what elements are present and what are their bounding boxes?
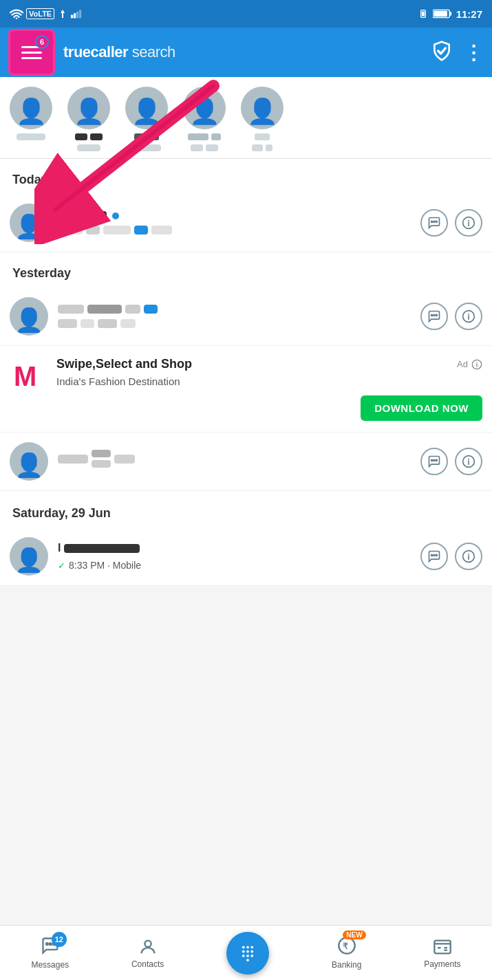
time-display: 11:27: [456, 8, 482, 20]
info-button[interactable]: [455, 543, 482, 570]
nav-contacts[interactable]: Contacts: [131, 937, 164, 969]
message-button[interactable]: [420, 209, 448, 237]
avatar: 👤: [10, 297, 48, 336]
story-name-block: [211, 133, 221, 140]
payments-label: Payments: [424, 959, 460, 969]
call-list-item[interactable]: 👤 I ✓ 8:33 PM · Mobile: [0, 527, 492, 586]
signal-icon: [71, 8, 82, 19]
caller-name-block: [92, 450, 111, 457]
messages-badge: 12: [52, 932, 67, 947]
menu-notification-badge: 6: [35, 35, 49, 49]
svg-point-13: [431, 221, 433, 222]
call-list-item[interactable]: 👤: [0, 433, 492, 491]
data-arrows-icon: [57, 8, 68, 19]
story-item[interactable]: 👤: [122, 87, 171, 151]
avatar: 👤: [241, 87, 284, 129]
ad-label: Ad: [457, 359, 468, 369]
story-name-block: [188, 133, 208, 140]
call-list-item[interactable]: 👤: [0, 194, 492, 252]
ad-card[interactable]: M Swipe,Select and Shop Ad India's Fashi…: [0, 346, 492, 433]
banking-label: Banking: [332, 960, 361, 970]
call-detail-block: [86, 226, 100, 235]
story-name-block-dark: [90, 133, 103, 140]
nav-messages[interactable]: 12 Messages: [31, 936, 69, 970]
svg-rect-11: [449, 12, 451, 16]
caller-name-block: [87, 305, 122, 314]
svg-point-52: [246, 954, 249, 957]
svg-point-42: [49, 943, 51, 945]
dialer-fab[interactable]: [226, 932, 269, 974]
volte-label: VoLTE: [26, 8, 54, 19]
svg-text:M: M: [14, 361, 36, 391]
status-left-icons: VoLTE: [10, 8, 82, 19]
svg-point-44: [145, 940, 151, 946]
ad-title: Swipe,Select and Shop: [56, 357, 192, 371]
shield-icon[interactable]: [431, 40, 453, 65]
avatar: 👤: [10, 87, 52, 129]
avatar: 👤: [183, 87, 226, 129]
avatar: 👤: [67, 87, 110, 129]
call-list-item[interactable]: 👤: [0, 287, 492, 346]
nav-payments[interactable]: Payments: [424, 937, 460, 969]
caller-name-block: [96, 211, 107, 220]
call-info: [58, 305, 411, 328]
svg-rect-6: [76, 12, 78, 19]
avatar: 👤: [125, 87, 168, 129]
svg-point-15: [436, 221, 437, 222]
download-button[interactable]: DOWNLOAD NOW: [361, 395, 482, 421]
info-button[interactable]: [455, 303, 482, 330]
info-button[interactable]: [455, 209, 482, 237]
svg-rect-4: [71, 15, 73, 19]
ad-info-icon[interactable]: [471, 359, 482, 370]
message-button[interactable]: [420, 303, 448, 330]
story-name-block: [266, 144, 272, 151]
caller-name-block: [114, 455, 135, 464]
status-bar: VoLTE 11:27: [0, 0, 492, 28]
story-name-block: [206, 144, 218, 151]
dialpad-icon: [237, 943, 258, 963]
contacts-label: Contacts: [131, 959, 164, 969]
more-options-icon[interactable]: ⋮: [464, 41, 484, 64]
svg-point-29: [431, 459, 433, 461]
story-item[interactable]: 👤: [65, 87, 113, 151]
svg-point-46: [246, 946, 249, 948]
svg-point-48: [242, 950, 245, 952]
story-item[interactable]: 👤: [238, 87, 286, 151]
story-name-block: [77, 144, 100, 151]
caller-name-block: [92, 460, 111, 468]
contacts-icon: [138, 937, 158, 957]
svg-point-50: [251, 950, 254, 952]
nav-dialer[interactable]: [226, 932, 269, 974]
svg-point-53: [251, 954, 254, 957]
story-item[interactable]: 👤: [7, 87, 55, 151]
hamburger-menu-button[interactable]: 6: [8, 29, 55, 76]
info-button[interactable]: [455, 448, 482, 475]
svg-rect-12: [434, 11, 447, 17]
search-label: search: [132, 43, 175, 61]
story-name-block: [255, 133, 270, 140]
svg-point-36: [434, 554, 435, 556]
svg-point-30: [434, 459, 435, 461]
logo-text: truecaller search: [63, 43, 175, 61]
nav-banking[interactable]: ₹ NEW Banking: [332, 936, 361, 970]
bottom-navigation: 12 Messages Contacts: [0, 925, 492, 980]
svg-point-35: [431, 554, 433, 556]
call-info: I ✓ 8:33 PM · Mobile: [58, 542, 411, 571]
svg-point-49: [246, 950, 249, 952]
call-status-icon: ✓: [58, 560, 65, 571]
payments-icon: [433, 937, 452, 957]
svg-rect-5: [74, 13, 76, 18]
story-name-block: [17, 133, 45, 140]
call-info: [58, 211, 411, 235]
contacts-story-row: 👤 👤 👤 👤: [0, 77, 492, 159]
truecaller-logo: truecaller search: [63, 43, 423, 61]
caller-name-block: [64, 544, 140, 553]
svg-text:₹: ₹: [343, 941, 348, 950]
svg-rect-7: [79, 10, 81, 18]
message-button[interactable]: [420, 448, 448, 475]
story-item[interactable]: 👤: [180, 87, 228, 151]
message-button[interactable]: [420, 543, 448, 570]
avatar: 👤: [10, 442, 48, 481]
status-right-info: 11:27: [418, 8, 482, 20]
ad-header: Swipe,Select and Shop Ad: [56, 357, 482, 371]
